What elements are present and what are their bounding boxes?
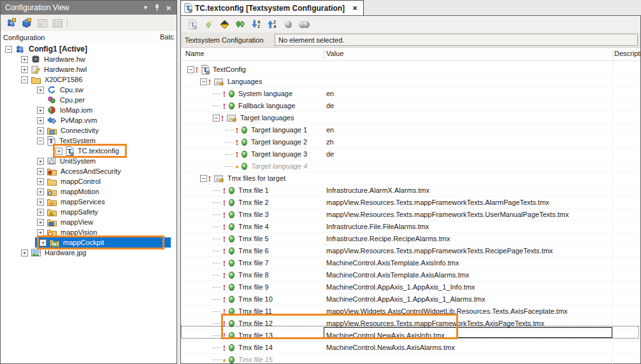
tree-item-cpu-per[interactable]: Cpu.per [1, 95, 176, 105]
close-icon[interactable]: × [163, 3, 174, 13]
config-row-system-language[interactable]: !System languageen [181, 88, 640, 100]
expand-icon[interactable]: + [37, 127, 44, 134]
collapse-icon[interactable]: − [213, 115, 220, 122]
config-row-tmx-file-14[interactable]: !Tmx file 14MachineControl.NewAxis.AxisA… [181, 342, 640, 354]
expand-icon[interactable]: + [21, 66, 28, 73]
config-row-tmx-file-1[interactable]: !Tmx file 1Infrastructure.AlarmX.Alarms.… [181, 185, 640, 197]
config-row-tmx-file-12[interactable]: !Tmx file 12mappView.Resources.Texts.map… [181, 318, 640, 330]
expand-icon[interactable]: + [40, 239, 47, 246]
tree-connector [226, 166, 233, 167]
collapse-icon[interactable]: − [5, 46, 12, 53]
expand-icon[interactable]: + [37, 229, 44, 236]
expand-icon[interactable]: + [37, 209, 44, 216]
collapse-icon[interactable]: − [200, 78, 207, 85]
config-row-tmx-file-13[interactable]: !Tmx file 13MachineControl.NewAxis.AxisI… [181, 330, 640, 342]
tree-item-label: Hardware.hw [42, 55, 87, 63]
config-row-target-language-3[interactable]: !Target language 3de [181, 148, 640, 160]
sort-za-icon[interactable]: ZA [264, 17, 280, 31]
config-row-value[interactable]: MachineControl.NewAxis.AxisAlarms.tmx [324, 344, 640, 351]
modified-marker-icon: ! [194, 66, 199, 74]
config-row-languages[interactable]: −!Languages [181, 76, 640, 88]
config-row-target-languages[interactable]: −!Target languages [181, 112, 640, 124]
tree-item-mappsafety[interactable]: +mappSafety [1, 207, 176, 217]
tree-item-mappservices[interactable]: +mmappServices [1, 197, 176, 207]
pin-icon[interactable] [152, 3, 162, 13]
config-row-fallback-language[interactable]: !Fallback languagede [181, 100, 640, 112]
config-row-tmx-file-8[interactable]: !Tmx file 8MachineControl.AxisTemplate.A… [181, 269, 640, 281]
properties-panel-icon[interactable] [34, 16, 50, 30]
tab-tc-textconfig[interactable]: T TC.textconfig [Textsystem Configuratio… [180, 0, 364, 15]
config-row-tmx-file-4[interactable]: !Tmx file 4Infrastructure.File.FileAlarm… [181, 221, 640, 233]
collapse-icon[interactable]: − [200, 175, 207, 182]
tree-item-accessandsecurity[interactable]: +AccessAndSecurity [1, 166, 176, 176]
modified-marker-icon: ! [220, 115, 225, 122]
config-row-tmx-files-for-target[interactable]: −!Tmx files for target [181, 172, 640, 185]
tree-item-hardware-hw[interactable]: +Hardware.hw [1, 54, 176, 64]
tree-item-pvmap-vvm[interactable]: +PvMap.vvm [1, 115, 176, 125]
expand-icon[interactable]: + [37, 188, 44, 195]
tree-item-config1-active[interactable]: −Config1 [Active] [1, 44, 176, 54]
modified-marker-icon: ! [222, 260, 227, 267]
configuration-icon[interactable] [4, 16, 19, 30]
expand-icon[interactable]: + [37, 107, 44, 114]
svg-text:m: m [50, 200, 55, 206]
config-row-textconfig[interactable]: −!TTextConfig [181, 64, 640, 76]
collapse-icon[interactable]: − [37, 137, 44, 144]
hardware-jpg-icon [31, 249, 41, 256]
expand-icon[interactable]: + [55, 148, 62, 155]
iomap-iom-icon [47, 106, 56, 115]
config-row-tmx-file-2[interactable]: !Tmx file 2mappView.Resources.Texts.mapp… [181, 197, 640, 209]
gems-icon[interactable] [233, 17, 248, 31]
expand-icon[interactable]: + [37, 168, 44, 175]
tree-connector [213, 227, 220, 227]
sort-az-icon[interactable]: AZ [248, 17, 264, 31]
textconfig-icon[interactable]: T [185, 17, 200, 31]
expand-icon[interactable]: + [21, 249, 28, 256]
config-row-tmx-file-6[interactable]: !Tmx file 6mappView.Resources.Texts.mapp… [181, 245, 640, 257]
tree-item-mappview[interactable]: +mappView [1, 217, 176, 227]
config-row-tmx-file-9[interactable]: !Tmx file 9MachineControl.AppAxis_1.AppA… [181, 281, 640, 293]
expand-icon[interactable]: + [37, 87, 44, 94]
tree-item-tc-textconfig[interactable]: +TTC.textconfig [1, 146, 176, 156]
compass-icon[interactable] [217, 17, 232, 31]
tree-item-x20cp1586[interactable]: −X20CP1586 [1, 74, 176, 85]
expand-icon[interactable]: + [21, 56, 28, 63]
config-row-tmx-file-10[interactable]: !Tmx file 10MachineControl.AppAxis_1.App… [181, 293, 640, 305]
expand-icon[interactable]: + [37, 158, 44, 165]
tree-connector [213, 275, 220, 276]
config-row-target-language-1[interactable]: !Target language 1en [181, 124, 640, 136]
infobar-status: No element selected. [275, 34, 638, 46]
expander-placeholder [37, 97, 44, 104]
config-row-tmx-file-15[interactable]: *Tmx file 15 [181, 354, 640, 364]
expand-icon[interactable]: + [37, 219, 44, 226]
tree-item-iomap-iom[interactable]: +IoMap.iom [1, 105, 176, 115]
grid-view-icon[interactable] [50, 16, 65, 30]
tree-item-mappcontrol[interactable]: +mappControl [1, 176, 176, 186]
expand-icon[interactable]: + [37, 117, 44, 124]
collapse-icon[interactable]: − [187, 66, 194, 73]
modified-marker-icon: ! [207, 78, 212, 86]
config-row-tmx-file-5[interactable]: !Tmx file 5Infrastructure.Recipe.RecipeA… [181, 233, 640, 245]
tab-close-icon[interactable]: × [352, 3, 357, 13]
sphere-icon[interactable] [280, 17, 296, 31]
tree-item-hardware-hwl[interactable]: +Hardware.hwl [1, 64, 176, 74]
modified-marker-icon: ! [222, 199, 227, 207]
tree-item-cpu-sw[interactable]: +Cpu.sw [1, 85, 176, 95]
object-cube-icon[interactable] [19, 16, 34, 30]
tree-item-label: mappServices [59, 198, 107, 206]
tree-item-mappmotion[interactable]: +mappMotion [1, 186, 176, 197]
config-row-tmx-file-7[interactable]: !Tmx file 7MachineControl.AxisTemplate.A… [181, 257, 640, 269]
tree-item-connectivity[interactable]: +Connectivity [1, 125, 176, 136]
collapse-icon[interactable]: − [21, 76, 28, 83]
gem-new-icon[interactable] [201, 17, 216, 31]
expand-icon[interactable]: + [37, 178, 44, 185]
config-row-target-language-4[interactable]: *Target language 4 [181, 160, 640, 172]
expand-icon[interactable]: + [37, 199, 44, 206]
tree-item-mappcockpit[interactable]: +mappCockpit [1, 237, 176, 248]
config-row-tmx-file-3[interactable]: !Tmx file 3mappView.Resources.Texts.mapp… [181, 209, 640, 221]
config-row-target-language-2[interactable]: !Target language 2zh [181, 136, 640, 148]
dropdown-icon[interactable]: ▼ [140, 3, 151, 13]
tree-item-label: mappMotion [59, 188, 101, 195]
spheres-icon[interactable] [296, 17, 312, 31]
config-row-tmx-file-11[interactable]: !Tmx file 11mappView.Widgets.AxisControl… [181, 305, 640, 318]
